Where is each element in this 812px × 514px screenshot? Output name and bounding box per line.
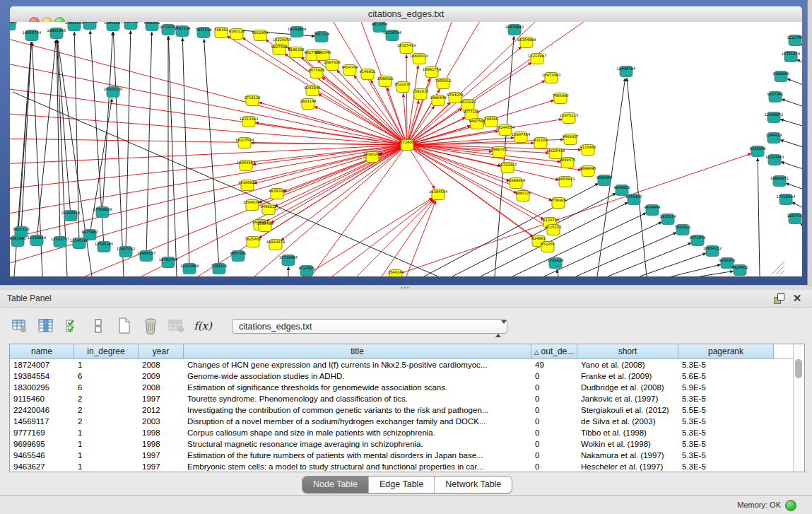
cell-short[interactable]: Stergiakouli et al. (2012): [577, 404, 678, 416]
cell-name[interactable]: 9465546: [10, 450, 74, 461]
cell-in_degree[interactable]: 2: [74, 416, 139, 427]
cell-out_de[interactable]: 0: [531, 427, 577, 438]
table-settings-icon[interactable]: [11, 317, 28, 334]
graph-edge[interactable]: [182, 37, 189, 263]
graph-edge[interactable]: [452, 193, 616, 276]
cell-in_degree[interactable]: 1: [74, 450, 139, 461]
graph-edge[interactable]: [198, 148, 402, 276]
graph-edge[interactable]: [265, 39, 402, 141]
cell-year[interactable]: 1997: [139, 393, 184, 404]
cell-out_de[interactable]: 0: [531, 416, 577, 427]
graph-edge[interactable]: [780, 119, 802, 129]
graph-edge[interactable]: [640, 253, 707, 276]
cell-out_de[interactable]: 0: [531, 438, 577, 450]
cell-pagerank[interactable]: 5.9E-5: [678, 382, 774, 393]
graph-edge[interactable]: [608, 243, 692, 276]
column-header-name[interactable]: name: [10, 344, 74, 358]
float-panel-icon[interactable]: [774, 293, 784, 303]
cell-title[interactable]: Embryonic stem cells: a model to study s…: [184, 461, 531, 472]
cell-in_degree[interactable]: 2: [74, 404, 139, 416]
table-scrollbar[interactable]: [793, 344, 804, 472]
cell-short[interactable]: Dudbridge et al. (2008): [577, 382, 678, 393]
graph-edge[interactable]: [21, 42, 31, 226]
cell-in_degree[interactable]: 1: [74, 438, 139, 450]
cell-short[interactable]: Hescheler et al. (1997): [577, 461, 678, 472]
cell-title[interactable]: Tourette syndrome. Phenomenology and cla…: [184, 393, 531, 404]
cell-in_degree[interactable]: 1: [74, 359, 139, 370]
column-header-out_de[interactable]: △out_de...: [531, 344, 577, 358]
cell-pagerank[interactable]: 5.3E-5: [678, 461, 774, 472]
graph-edge[interactable]: [424, 183, 599, 276]
network-window-titlebar[interactable]: citations_edges.txt: [10, 6, 802, 23]
graph-edge[interactable]: [406, 54, 407, 139]
citation-network-graph[interactable]: 1872400715226055982750681863289827508818…: [10, 22, 802, 276]
cell-out_de[interactable]: 49: [531, 359, 577, 370]
tab-network-table[interactable]: Network Table: [434, 477, 512, 493]
graph-edge[interactable]: [10, 146, 401, 189]
column-header-in_degree[interactable]: in_degree: [74, 344, 139, 358]
table-row[interactable]: 911546021997Tourette syndrome. Phenomeno…: [10, 393, 804, 404]
table-row[interactable]: 946362711997Embryonic stem cells: a mode…: [10, 461, 804, 472]
graph-edge[interactable]: [544, 222, 662, 276]
graph-edge[interactable]: [387, 88, 405, 140]
resize-grip-icon[interactable]: [780, 270, 784, 274]
cell-short[interactable]: Franke et al. (2009): [577, 370, 678, 382]
resize-grip-icon[interactable]: [776, 266, 784, 274]
cell-title[interactable]: Changes of HCN gene expression and I(f) …: [184, 359, 531, 370]
cell-year[interactable]: 1998: [139, 427, 184, 438]
cell-pagerank[interactable]: 5.3E-5: [678, 393, 774, 404]
graph-edge[interactable]: [274, 147, 402, 206]
cell-out_de[interactable]: 0: [531, 393, 577, 404]
cell-short[interactable]: de Silva et al. (2003): [577, 416, 678, 427]
column-checklist-icon[interactable]: [64, 317, 81, 334]
cell-year[interactable]: 2009: [139, 370, 184, 382]
table-row[interactable]: 1456911722003Disruption of a novel membe…: [10, 416, 804, 427]
cell-year[interactable]: 2008: [139, 359, 184, 370]
graph-edge[interactable]: [780, 140, 802, 150]
cell-in_degree[interactable]: 1: [74, 461, 139, 472]
cell-short[interactable]: Jankovic et al. (1997): [577, 393, 678, 404]
cell-name[interactable]: 19384554: [10, 370, 74, 382]
table-scrollbar-thumb[interactable]: [795, 359, 802, 378]
cell-title[interactable]: Corpus callosum shape and size in male p…: [184, 427, 531, 438]
cell-out_de[interactable]: 0: [531, 404, 577, 416]
cell-out_de[interactable]: 0: [531, 370, 577, 382]
cell-pagerank[interactable]: 5.3E-5: [678, 438, 774, 450]
graph-edge[interactable]: [283, 147, 401, 192]
graph-edge[interactable]: [271, 148, 402, 223]
graph-edge[interactable]: [10, 139, 401, 145]
cell-out_de[interactable]: 0: [531, 450, 577, 461]
table-row[interactable]: 946554611997Estimation of the future num…: [10, 450, 804, 461]
cell-name[interactable]: 9115460: [10, 393, 74, 404]
graph-edge[interactable]: [204, 39, 219, 263]
function-builder-icon[interactable]: f(x): [194, 317, 211, 334]
graph-edge[interactable]: [10, 146, 401, 266]
cell-in_degree[interactable]: 2: [74, 393, 139, 404]
cell-name[interactable]: 18724007: [10, 359, 74, 370]
cell-in_degree[interactable]: 1: [74, 427, 139, 438]
row-height-icon[interactable]: [90, 317, 107, 334]
graph-edge[interactable]: [357, 199, 434, 276]
column-header-short[interactable]: short: [577, 344, 678, 358]
graph-edge[interactable]: [102, 32, 112, 206]
column-header-title[interactable]: title: [184, 344, 531, 358]
graph-edge[interactable]: [627, 78, 647, 276]
tab-node-table[interactable]: Node Table: [302, 477, 368, 493]
cell-out_de[interactable]: 0: [531, 382, 577, 393]
graph-edge[interactable]: [758, 158, 760, 276]
cell-year[interactable]: 1997: [139, 450, 184, 461]
cell-name[interactable]: 9777169: [10, 427, 74, 438]
delete-table-icon[interactable]: [142, 317, 159, 334]
tab-edge-table[interactable]: Edge Table: [368, 477, 434, 493]
graph-edge[interactable]: [671, 264, 721, 276]
new-document-icon[interactable]: [116, 317, 133, 334]
cell-in_degree[interactable]: 6: [74, 382, 139, 393]
cell-pagerank[interactable]: 5.6E-5: [678, 370, 774, 382]
graph-edge[interactable]: [382, 199, 435, 276]
cell-title[interactable]: Investigating the contribution of common…: [184, 404, 531, 416]
graph-edge[interactable]: [311, 149, 404, 276]
cell-title[interactable]: Genome-wide association studies in ADHD.: [184, 370, 531, 382]
cell-pagerank[interactable]: 5.3E-5: [678, 416, 774, 427]
table-row[interactable]: 1872400712008Changes of HCN gene express…: [10, 359, 804, 370]
cell-year[interactable]: 1998: [139, 438, 184, 450]
